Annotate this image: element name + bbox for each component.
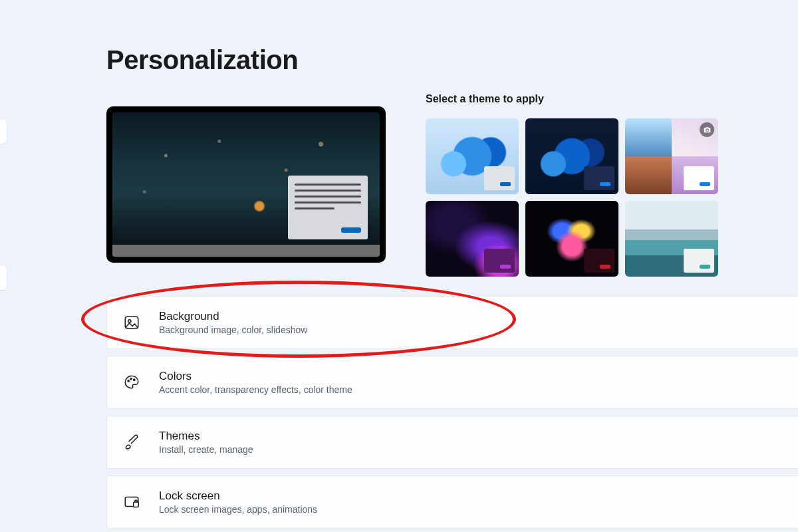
theme-mini-window [584,166,614,190]
svg-point-2 [128,380,129,382]
theme-tile-sunrise[interactable] [625,201,718,277]
svg-rect-0 [125,317,138,328]
brush-icon [123,434,140,451]
theme-mini-window [484,166,515,190]
setting-desc: Lock screen images, apps, animations [159,504,317,515]
setting-title: Lock screen [159,489,317,503]
setting-desc: Background image, color, slideshow [159,325,307,335]
preview-accent-pill [341,227,361,233]
svg-rect-6 [134,502,139,507]
setting-row-colors[interactable]: Colors Accent color, transparency effect… [106,356,798,409]
theme-mini-window [684,166,714,190]
setting-title: Background [159,310,307,323]
svg-point-1 [128,320,131,323]
theme-accent-pill [600,265,610,269]
preview-sample-window [288,176,368,239]
theme-tile-windows-light[interactable] [426,118,519,194]
theme-tile-captured-motion[interactable] [525,201,618,277]
setting-desc: Accent color, transparency effects, colo… [159,384,352,395]
theme-accent-pill [500,265,511,269]
theme-mini-window [484,249,515,273]
setting-title: Themes [159,430,253,443]
setting-desc: Install, create, manage [159,444,253,455]
image-icon [123,314,140,331]
theme-accent-pill [700,182,710,186]
setting-row-background[interactable]: Background Background image, color, slid… [106,296,798,349]
lock-screen-icon [123,493,140,511]
svg-point-3 [130,378,132,380]
theme-mini-window [584,249,614,273]
themes-grid [426,118,718,277]
palette-icon [123,374,140,391]
settings-list: Background Background image, color, slid… [106,296,798,532]
setting-title: Colors [159,370,352,383]
nav-sliver [0,266,7,290]
page-title: Personalization [106,45,298,75]
setting-row-themes[interactable]: Themes Install, create, manage [106,416,798,469]
theme-accent-pill [600,182,610,186]
desktop-preview-frame [106,106,386,263]
camera-icon [700,122,714,137]
theme-accent-pill [500,182,511,186]
theme-tile-windows-dark[interactable] [525,118,618,194]
theme-tile-windows-spotlight[interactable] [625,118,718,194]
setting-row-lock-screen[interactable]: Lock screen Lock screen images, apps, an… [106,475,798,529]
svg-point-4 [134,379,135,380]
desktop-preview [112,112,380,257]
nav-sliver [0,120,7,144]
theme-mini-window [684,249,714,273]
themes-section-label: Select a theme to apply [426,93,544,105]
theme-tile-glow[interactable] [426,201,519,277]
theme-accent-pill [700,265,710,269]
